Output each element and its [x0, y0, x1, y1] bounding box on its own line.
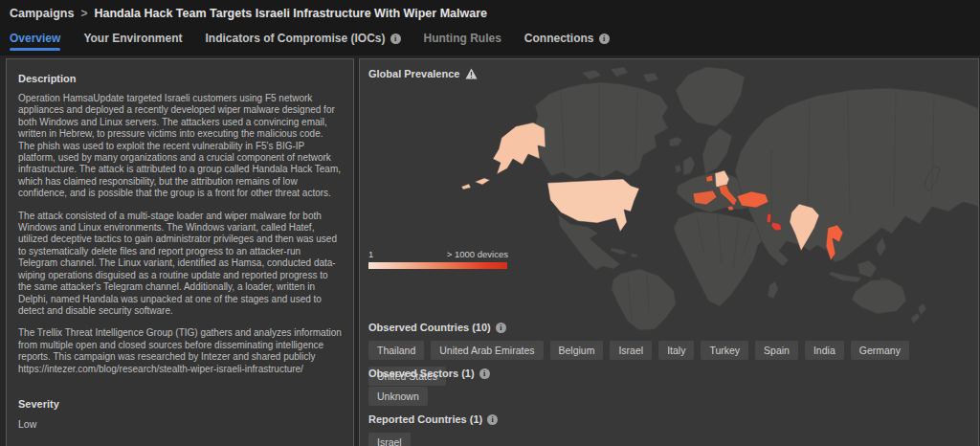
country-chip[interactable]: Israel: [610, 341, 652, 360]
main-content: Description Operation HamsaUpdate target…: [0, 56, 980, 446]
page-title: Handala Hack Team Targets Israeli Infras…: [94, 7, 487, 20]
country-chip[interactable]: Turkey: [701, 341, 748, 360]
top-bar: Campaigns > Handala Hack Team Targets Is…: [0, 0, 980, 56]
country-chip[interactable]: Belgium: [550, 341, 604, 360]
tab-iocs-label: Indicators of Compromise (IOCs): [206, 32, 386, 45]
world-map: [360, 63, 979, 333]
country-chip[interactable]: Germany: [851, 341, 909, 360]
info-icon[interactable]: i: [496, 323, 506, 333]
map-land-canada: [534, 82, 668, 179]
description-heading: Description: [18, 73, 342, 84]
map-country-alaska-us[interactable]: [493, 123, 546, 174]
tab-overview-label: Overview: [10, 32, 60, 45]
tab-overview[interactable]: Overview: [10, 29, 60, 53]
country-chip[interactable]: Israel: [368, 433, 411, 446]
tab-bar: Overview Your Environment Indicators of …: [0, 27, 980, 56]
country-chip[interactable]: Thailand: [368, 341, 424, 360]
description-paragraph-2: The attack consisted of a multi-stage lo…: [18, 211, 342, 318]
country-chip[interactable]: Spain: [755, 341, 798, 360]
info-icon[interactable]: i: [487, 414, 498, 425]
map-land-africa: [674, 212, 768, 306]
tab-iocs[interactable]: Indicators of Compromise (IOCs) i: [206, 29, 401, 53]
map-country-israel[interactable]: [767, 213, 771, 223]
map-land-australia: [852, 279, 906, 314]
reported-countries-section: Reported Countries (1) i Israel: [368, 413, 969, 446]
country-chip[interactable]: United Arab Emirates: [431, 341, 543, 360]
tab-connections-label: Connections: [524, 32, 594, 45]
observed-countries-heading: Observed Countries (10): [368, 322, 491, 333]
description-paragraph-1: Operation HamsaUpdate targeted Israeli c…: [18, 93, 342, 200]
legend-gradient-bar: [368, 262, 507, 269]
country-chip[interactable]: Italy: [658, 341, 694, 360]
global-prevalence-label: Global Prevalence: [368, 68, 459, 79]
tab-hunting-rules-label: Hunting Rules: [424, 32, 501, 45]
tab-your-environment-label: Your Environment: [83, 32, 182, 45]
breadcrumb: Campaigns > Handala Hack Team Targets Is…: [0, 0, 980, 27]
info-icon[interactable]: i: [479, 368, 490, 379]
legend-max-label: > 1000 devices: [447, 249, 508, 259]
sector-chip[interactable]: Unknown: [368, 387, 428, 406]
severity-heading: Severity: [18, 398, 342, 410]
breadcrumb-separator: >: [80, 7, 87, 20]
severity-value: Low: [18, 418, 342, 430]
tab-connections[interactable]: Connections i: [524, 29, 610, 53]
reported-countries-heading: Reported Countries (1): [368, 413, 482, 425]
observed-sectors-heading: Observed Sectors (1): [368, 368, 475, 379]
reported-countries-chips: Israel: [368, 433, 969, 446]
global-prevalence-panel: Global Prevalence: [359, 58, 979, 446]
breadcrumb-campaigns-link[interactable]: Campaigns: [10, 7, 74, 20]
observed-sectors-chips: Unknown: [368, 387, 969, 406]
tab-hunting-rules[interactable]: Hunting Rules: [424, 29, 501, 53]
global-prevalence-heading: Global Prevalence: [368, 68, 478, 79]
info-icon[interactable]: i: [599, 33, 610, 44]
observed-sectors-section: Observed Sectors (1) i Unknown: [368, 368, 969, 406]
legend-min-label: 1: [368, 249, 373, 259]
description-paragraph-3: The Trellix Threat Intelligence Group (T…: [18, 327, 342, 375]
tab-your-environment[interactable]: Your Environment: [83, 29, 182, 53]
campaign-details-panel: Description Operation HamsaUpdate target…: [6, 58, 354, 446]
map-land-greenland: [676, 67, 745, 126]
info-icon[interactable]: i: [390, 33, 401, 44]
warning-icon[interactable]: [465, 68, 478, 79]
prevalence-legend: 1 > 1000 devices: [368, 249, 508, 269]
country-chip[interactable]: India: [805, 341, 844, 360]
